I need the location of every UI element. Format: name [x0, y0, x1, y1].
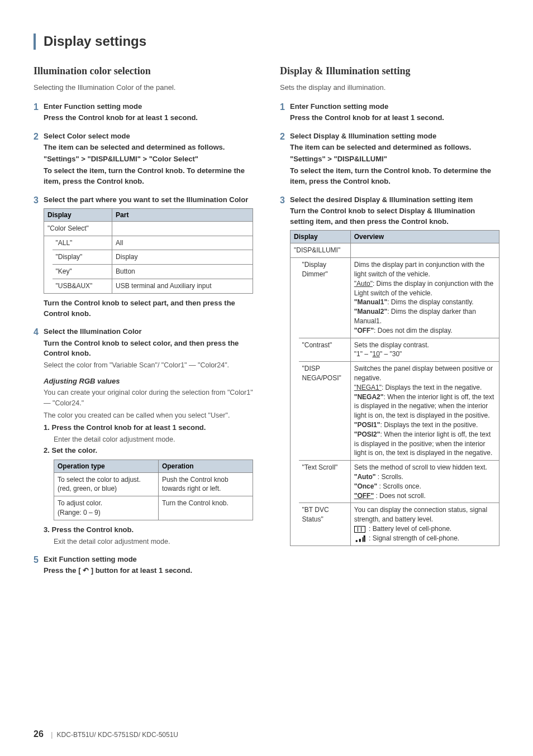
row-display-dimmer-overview: Dims the display part in conjunction wit… — [350, 258, 499, 338]
step4-head: Select the Illumination Color — [44, 327, 253, 337]
rgb-r2b: Turn the Control knob. — [158, 496, 253, 520]
row-key-part: Button — [112, 265, 253, 279]
illumination-intro: Selecting the Illumination Color of the … — [34, 83, 253, 93]
row-usbaux-part: USB terminal and Auxiliary input — [112, 279, 253, 293]
rgb-r1a: To select the color to adjust. (red, gre… — [54, 472, 159, 496]
off-text: : Does not dim the display. — [374, 327, 453, 334]
nega1-label: "NEGA1" — [354, 384, 382, 391]
step2-sub3: To select the item, turn the Control kno… — [44, 166, 253, 187]
row-contrast-overview: Sets the display contrast. "1" – "10" – … — [350, 338, 499, 362]
row-display-part: Display — [112, 250, 253, 265]
rgb-r1b: Push the Control knob towards right or l… — [158, 472, 253, 496]
row-btdvc: "BT DVC Status" — [299, 503, 351, 546]
btdvc-l1: You can display the connection status, s… — [354, 506, 487, 523]
path-part: "DISP&ILLUMI" — [87, 155, 140, 163]
btdvc-sig: : Signal strength of cell-phone. — [367, 534, 459, 542]
row-text-scroll-overview: Sets the method of scroll to view hidden… — [350, 461, 499, 503]
negaposi-l1: Switches the panel display between posit… — [354, 365, 493, 382]
row-display-dimmer: "Display Dimmer" — [299, 258, 351, 338]
step5-head: Exit Function setting mode — [44, 554, 253, 564]
r-step2-sub1: The item can be selected and determined … — [290, 142, 499, 153]
step5-sub: Press the [ ↶ ] button for at least 1 se… — [44, 566, 253, 576]
th-operation: Operation — [158, 460, 253, 472]
row-text-scroll: "Text Scroll" — [299, 461, 351, 503]
footer-separator: | — [51, 731, 53, 739]
r-step2-path: "Settings" > "DISP&ILLUMI" — [290, 154, 499, 165]
r-step3-head: Select the desired Display & Illuminatio… — [290, 195, 499, 205]
rgb-1: 1. Press the Control knob for at least 1… — [44, 423, 253, 433]
step-number: 1 — [34, 102, 44, 113]
rgb-p2: The color you created can be called when… — [44, 410, 253, 420]
row-display: "Display" — [53, 250, 112, 265]
step-number: 3 — [280, 195, 290, 207]
r-step3-sub: Turn the Control knob to select Display … — [290, 206, 499, 227]
th-operation-type: Operation type — [54, 460, 159, 472]
illumination-heading: Illumination color selection — [34, 65, 253, 77]
chevron-right-icon: > — [142, 155, 149, 163]
th-display: Display — [44, 208, 112, 221]
row-all-part: All — [112, 236, 253, 250]
right-column: Display & Illumination setting Sets the … — [280, 65, 499, 584]
page-title: Display settings — [34, 34, 499, 50]
posi1-label: "POSI1" — [354, 421, 380, 429]
manual1-label: "Manual1" — [354, 298, 387, 306]
contrast-range-a: "1" – " — [354, 350, 373, 358]
manual1-text: : Dims the display constantly. — [387, 298, 474, 306]
color-select-table: Display Part "Color Select" "ALL"All "Di… — [44, 208, 253, 294]
path-part: "Settings" — [44, 155, 79, 163]
step3-head: Select the part where you want to set th… — [44, 195, 253, 205]
display-illum-heading: Display & Illumination setting — [280, 65, 499, 77]
rgb-p1: You can create your original color durin… — [44, 387, 253, 408]
contrast-default: 10 — [373, 350, 380, 358]
contrast-range-b: " – "30" — [380, 350, 402, 358]
nega1-text: : Displays the text in the negative. — [382, 384, 482, 391]
r-step2-head: Select Display & Illumination setting mo… — [290, 131, 499, 141]
textscroll-l1: Sets the method of scroll to view hidden… — [354, 463, 487, 471]
row-all: "ALL" — [53, 236, 112, 250]
step3-sub: Turn the Control knob to select part, an… — [44, 298, 253, 319]
footer-models: KDC-BT51U/ KDC-5751SD/ KDC-5051U — [57, 731, 178, 739]
contrast-l1: Sets the display contrast. — [354, 341, 429, 349]
page-footer: 26 | KDC-BT51U/ KDC-5751SD/ KDC-5051U — [34, 729, 178, 739]
row-key: "Key" — [53, 265, 112, 279]
return-icon: ↶ — [83, 566, 89, 576]
auto-label: "Auto" — [354, 280, 373, 288]
nega2-label: "NEGA2" — [354, 393, 384, 401]
manual2-label: "Manual2" — [354, 308, 387, 315]
textscroll-off-label: "OFF" — [354, 492, 374, 500]
rgb-table: Operation type Operation To select the c… — [54, 460, 253, 520]
row-empty — [350, 243, 499, 258]
display-illum-intro: Sets the display and illumination. — [280, 83, 499, 93]
chevron-right-icon: > — [327, 155, 334, 163]
textscroll-auto-text: : Scrolls. — [375, 473, 403, 481]
step1-head: Enter Function setting mode — [44, 102, 253, 112]
step2-path: "Settings" > "DISP&ILLUMI" > "Color Sele… — [44, 154, 253, 165]
step1-sub: Press the Control knob for at least 1 se… — [44, 113, 253, 123]
th-display: Display — [291, 231, 351, 243]
step4-note: Select the color from "Variable Scan"/ "… — [44, 360, 253, 370]
btdvc-batt: : Battery level of cell-phone. — [367, 525, 451, 533]
path-part: "DISP&ILLUMI" — [334, 155, 387, 163]
row-negaposi: "DISP NEGA/POSI" — [299, 362, 351, 461]
step-number: 1 — [280, 102, 290, 113]
rgb-2-head: Set the color. — [51, 446, 97, 454]
rgb-2: 2. Set the color. — [44, 446, 253, 456]
step2-sub1: The item can be selected and determined … — [44, 142, 253, 153]
row-usbaux: "USB&AUX" — [53, 279, 112, 293]
rgb-1-note: Enter the detail color adjustment mode. — [54, 434, 253, 444]
posi1-text: : Displays the text in the positive. — [380, 421, 478, 429]
signal-icon — [354, 535, 365, 542]
row-btdvc-overview: You can display the connection status, s… — [350, 503, 499, 546]
r-step1-head: Enter Function setting mode — [290, 102, 499, 112]
left-column: Illumination color selection Selecting t… — [34, 65, 253, 584]
step-number: 5 — [34, 554, 44, 566]
step5-sub-b: ] button for at least 1 second. — [91, 566, 192, 575]
rgb-3: 3. Press the Control knob. — [44, 525, 253, 535]
row-negaposi-overview: Switches the panel display between posit… — [350, 362, 499, 461]
rgb-3-head: Press the Control knob. — [51, 525, 134, 534]
textscroll-off-text: : Does not scroll. — [374, 492, 426, 500]
step-number: 2 — [34, 131, 44, 143]
path-part: "Color Select" — [149, 155, 198, 163]
th-part: Part — [112, 208, 253, 221]
row-dispillumi: "DISP&ILLUMI" — [291, 243, 351, 258]
